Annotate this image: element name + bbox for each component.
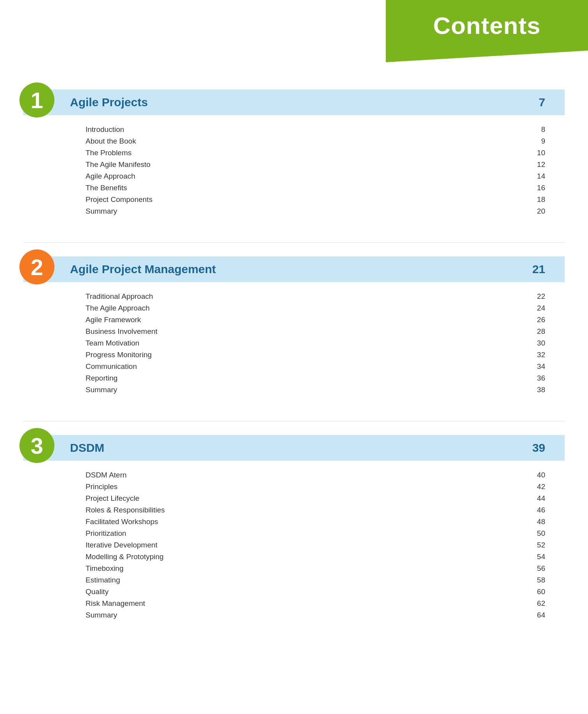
list-item: Timeboxing56 bbox=[86, 563, 553, 574]
header: Contents bbox=[0, 0, 588, 54]
item-title: Estimating bbox=[86, 576, 120, 584]
item-page: 10 bbox=[530, 149, 545, 157]
item-page: 54 bbox=[530, 553, 545, 561]
item-page: 34 bbox=[530, 362, 545, 371]
item-title: Summary bbox=[86, 386, 117, 394]
chapter-separator bbox=[23, 242, 565, 243]
item-title: Project Lifecycle bbox=[86, 494, 139, 503]
chapter-items-2: Traditional Approach22The Agile Approach… bbox=[23, 282, 565, 400]
list-item: Introduction8 bbox=[86, 124, 553, 135]
item-page: 24 bbox=[530, 304, 545, 312]
item-page: 12 bbox=[530, 160, 545, 169]
list-item: Project Lifecycle44 bbox=[86, 493, 553, 504]
item-title: Principles bbox=[86, 482, 117, 491]
chapter-page-2: 21 bbox=[532, 263, 545, 276]
chapter-block-2: 2Agile Project Management21Traditional A… bbox=[23, 256, 565, 400]
item-page: 32 bbox=[530, 351, 545, 359]
list-item: Summary64 bbox=[86, 609, 553, 621]
chapter-title-1: Agile Projects bbox=[70, 96, 148, 109]
item-page: 56 bbox=[530, 564, 545, 573]
item-title: Risk Management bbox=[86, 599, 145, 608]
item-page: 46 bbox=[530, 506, 545, 514]
item-page: 18 bbox=[530, 195, 545, 204]
item-title: Agile Framework bbox=[86, 316, 141, 324]
list-item: Agile Approach14 bbox=[86, 170, 553, 182]
list-item: Iterative Development52 bbox=[86, 539, 553, 551]
list-item: Summary38 bbox=[86, 384, 553, 396]
item-title: Business Involvement bbox=[86, 327, 158, 336]
list-item: Modelling & Prototyping54 bbox=[86, 551, 553, 563]
item-page: 52 bbox=[530, 541, 545, 549]
item-title: The Agile Approach bbox=[86, 304, 150, 312]
list-item: Progress Monitoring32 bbox=[86, 349, 553, 361]
list-item: The Problems10 bbox=[86, 147, 553, 159]
chapter-title-3: DSDM bbox=[70, 441, 104, 454]
list-item: Principles42 bbox=[86, 481, 553, 493]
item-title: Project Components bbox=[86, 195, 152, 204]
list-item: DSDM Atern40 bbox=[86, 469, 553, 481]
item-page: 30 bbox=[530, 339, 545, 347]
item-page: 40 bbox=[530, 471, 545, 479]
list-item: Project Components18 bbox=[86, 194, 553, 205]
list-item: The Agile Manifesto12 bbox=[86, 159, 553, 170]
item-page: 60 bbox=[530, 588, 545, 596]
list-item: Business Involvement28 bbox=[86, 326, 553, 337]
chapter-title-2: Agile Project Management bbox=[70, 263, 216, 276]
list-item: Agile Framework26 bbox=[86, 314, 553, 326]
chapter-number-3: 3 bbox=[19, 428, 54, 463]
item-page: 14 bbox=[530, 172, 545, 181]
chapter-header-1: Agile Projects7 bbox=[23, 89, 565, 115]
item-page: 16 bbox=[530, 184, 545, 192]
item-page: 42 bbox=[530, 482, 545, 491]
item-page: 44 bbox=[530, 494, 545, 503]
list-item: About the Book9 bbox=[86, 135, 553, 147]
item-title: The Problems bbox=[86, 149, 131, 157]
list-item: Risk Management62 bbox=[86, 598, 553, 609]
chapter-block-1: 1Agile Projects7Introduction8About the B… bbox=[23, 89, 565, 221]
chapter-header-3: DSDM39 bbox=[23, 435, 565, 461]
item-page: 8 bbox=[530, 125, 545, 134]
list-item: Estimating58 bbox=[86, 574, 553, 586]
item-title: Communication bbox=[86, 362, 137, 371]
item-title: About the Book bbox=[86, 137, 136, 146]
chapter-separator bbox=[23, 421, 565, 421]
list-item: Quality60 bbox=[86, 586, 553, 598]
item-title: Progress Monitoring bbox=[86, 351, 152, 359]
item-title: The Benefits bbox=[86, 184, 127, 192]
list-item: Prioritization50 bbox=[86, 528, 553, 539]
item-page: 20 bbox=[530, 207, 545, 216]
item-title: Quality bbox=[86, 588, 108, 596]
item-page: 22 bbox=[530, 292, 545, 301]
item-title: Agile Approach bbox=[86, 172, 135, 181]
item-page: 48 bbox=[530, 518, 545, 526]
item-page: 9 bbox=[530, 137, 545, 146]
chapter-items-3: DSDM Atern40Principles42Project Lifecycl… bbox=[23, 461, 565, 625]
item-title: DSDM Atern bbox=[86, 471, 127, 479]
item-title: Prioritization bbox=[86, 529, 126, 538]
item-title: The Agile Manifesto bbox=[86, 160, 150, 169]
item-title: Summary bbox=[86, 611, 117, 619]
list-item: Traditional Approach22 bbox=[86, 291, 553, 302]
item-title: Introduction bbox=[86, 125, 124, 134]
chapter-header-2: Agile Project Management21 bbox=[23, 256, 565, 282]
item-page: 64 bbox=[530, 611, 545, 619]
list-item: Summary20 bbox=[86, 205, 553, 217]
item-title: Timeboxing bbox=[86, 564, 124, 573]
list-item: Communication34 bbox=[86, 361, 553, 372]
chapter-page-1: 7 bbox=[539, 96, 545, 109]
item-page: 38 bbox=[530, 386, 545, 394]
list-item: The Benefits16 bbox=[86, 182, 553, 194]
chapter-number-2: 2 bbox=[19, 249, 54, 284]
list-item: Facilitated Workshops48 bbox=[86, 516, 553, 528]
item-page: 62 bbox=[530, 599, 545, 608]
item-page: 26 bbox=[530, 316, 545, 324]
header-title: Contents bbox=[433, 12, 541, 39]
header-green-block: Contents bbox=[386, 0, 588, 51]
chapter-number-1: 1 bbox=[19, 82, 54, 118]
list-item: Reporting36 bbox=[86, 372, 553, 384]
item-title: Reporting bbox=[86, 374, 117, 382]
item-title: Roles & Responsibilities bbox=[86, 506, 165, 514]
chapter-items-1: Introduction8About the Book9The Problems… bbox=[23, 115, 565, 221]
item-page: 50 bbox=[530, 529, 545, 538]
list-item: Roles & Responsibilities46 bbox=[86, 504, 553, 516]
